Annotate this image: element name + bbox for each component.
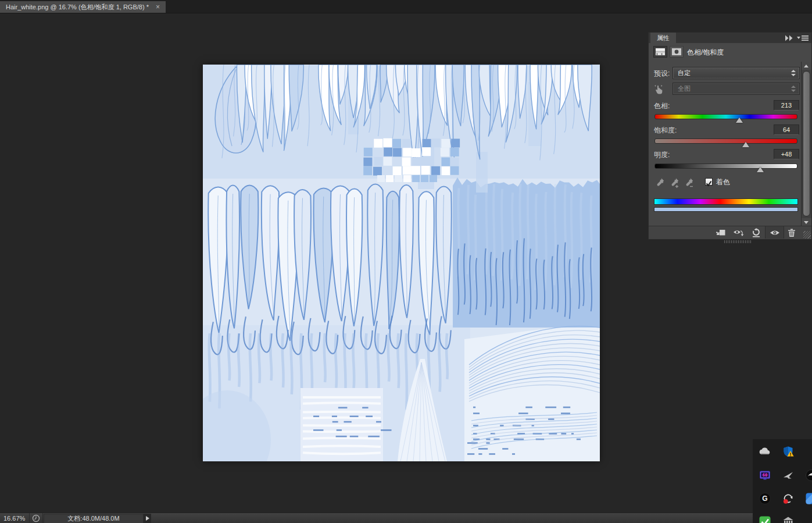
hue-label: 色相:: [654, 101, 670, 111]
preset-label: 预设:: [654, 69, 670, 79]
panel-title: 色相/饱和度: [687, 48, 724, 58]
logitech-g-icon[interactable]: G: [759, 492, 771, 505]
g-letter: G: [762, 494, 767, 503]
checkmark-icon: [706, 180, 712, 187]
document-tab[interactable]: Hair_white.png @ 16.7% (色相/饱和度 1, RGB/8)…: [0, 1, 166, 13]
eye-arrow-icon: [733, 228, 745, 237]
scrollbar-thumb[interactable]: [803, 71, 810, 216]
colorize-checkbox[interactable]: [705, 178, 713, 186]
lightness-slider-thumb[interactable]: [757, 167, 764, 172]
collapse-panel-icon[interactable]: [785, 35, 794, 41]
tab-close-icon[interactable]: ×: [156, 1, 160, 13]
eyedropper-add: [669, 177, 681, 188]
eye-icon: [770, 229, 780, 236]
saturation-value-field[interactable]: 64: [774, 124, 799, 135]
panel-menu-icon[interactable]: [797, 35, 809, 41]
hair-texture-artwork: [203, 65, 600, 461]
hue-slider-thumb[interactable]: [736, 118, 743, 123]
reset-arrow-icon: [751, 228, 761, 237]
blue-app-icon[interactable]: [805, 492, 812, 505]
security-shield-warning-icon[interactable]: [782, 446, 795, 458]
preset-select[interactable]: 自定: [673, 67, 799, 79]
onedrive-cloud-icon[interactable]: [759, 446, 771, 458]
statusbar-divider: [29, 513, 30, 523]
saturation-slider-track[interactable]: [654, 138, 797, 144]
document-tab-bar: Hair_white.png @ 16.7% (色相/饱和度 1, RGB/8)…: [0, 0, 812, 13]
hue-slider[interactable]: [654, 114, 797, 123]
clip-to-layer-icon: [716, 228, 726, 237]
eyedropper-minus-icon: [684, 177, 695, 188]
toggle-visibility-button[interactable]: [765, 226, 784, 239]
lightness-slider-track[interactable]: [654, 163, 797, 169]
hue-value-field[interactable]: 213: [774, 100, 799, 111]
panel-resize-grip[interactable]: [803, 231, 811, 239]
statusbar-menu-arrow[interactable]: [144, 514, 151, 523]
panel-footer: [649, 226, 811, 239]
timer-icon: [32, 514, 40, 522]
lightness-slider[interactable]: [654, 163, 797, 173]
tab-properties[interactable]: 属性: [650, 33, 676, 43]
mask-thumbnail-button[interactable]: [670, 46, 684, 58]
statusbar-divider: [42, 513, 43, 523]
document-size-field[interactable]: 文档:48.0M/48.0M: [44, 514, 144, 523]
select-updown-icon: [790, 70, 796, 76]
saturation-slider-thumb[interactable]: [742, 142, 749, 147]
delete-adjustment-button[interactable]: [785, 227, 798, 238]
airplane-icon[interactable]: [782, 469, 795, 482]
saturation-slider[interactable]: [654, 138, 797, 148]
green-update-icon[interactable]: [759, 515, 771, 523]
layer-mask-icon: [672, 48, 681, 55]
screen-record-icon[interactable]: [782, 492, 795, 505]
trash-icon: [787, 228, 796, 237]
clip-to-layer-button[interactable]: [714, 227, 727, 238]
eyedropper-icon: [654, 177, 666, 188]
lightness-label: 明度:: [654, 150, 670, 160]
properties-panel: 属性 色相/饱和度 预设: 自定 全图 色相: 213 饱: [648, 32, 812, 240]
adjustment-thumbnail-button[interactable]: [653, 46, 667, 58]
reset-adjustment-button[interactable]: [750, 227, 763, 238]
colorize-label: 着色: [716, 177, 730, 187]
scroll-up-icon[interactable]: [802, 62, 811, 70]
channel-range-value: 全图: [678, 85, 691, 92]
panel-drag-handle[interactable]: [724, 240, 751, 243]
view-previous-state-button[interactable]: [732, 227, 745, 238]
bird-app-icon[interactable]: [805, 469, 812, 482]
fps-value: 60: [762, 472, 768, 478]
lightness-value-field[interactable]: +48: [774, 149, 799, 159]
eyedropper-plus-icon: [669, 177, 681, 188]
hue-slider-track[interactable]: [654, 114, 797, 119]
zoom-level-field[interactable]: 16.67%: [3, 513, 25, 523]
targeted-adjustment-tool[interactable]: [653, 83, 665, 95]
eyedropper-subtract: [684, 177, 695, 188]
fps-monitor-icon[interactable]: 60: [759, 469, 771, 482]
eyedropper-sample: [654, 177, 666, 188]
preset-value: 自定: [678, 69, 691, 76]
system-tray-popup: 60 G: [753, 439, 812, 523]
hue-spectrum-bar: [654, 198, 798, 205]
status-bar: 16.67% 文档:48.0M/48.0M: [0, 513, 812, 523]
document-tab-title: Hair_white.png @ 16.7% (色相/饱和度 1, RGB/8)…: [6, 3, 149, 12]
select-updown-icon: [790, 86, 796, 92]
saturation-label: 饱和度:: [654, 126, 677, 136]
panel-tab-strip: 属性: [649, 33, 811, 43]
hue-sat-adjustment-icon: [656, 48, 665, 55]
channel-range-select: 全图: [673, 83, 799, 94]
panel-scrollbar[interactable]: [801, 62, 811, 226]
hand-icon: [653, 83, 665, 95]
document-canvas[interactable]: [203, 65, 600, 461]
bank-app-icon[interactable]: [782, 515, 795, 523]
scroll-down-icon[interactable]: [802, 218, 811, 226]
result-color-bar: [654, 207, 798, 212]
